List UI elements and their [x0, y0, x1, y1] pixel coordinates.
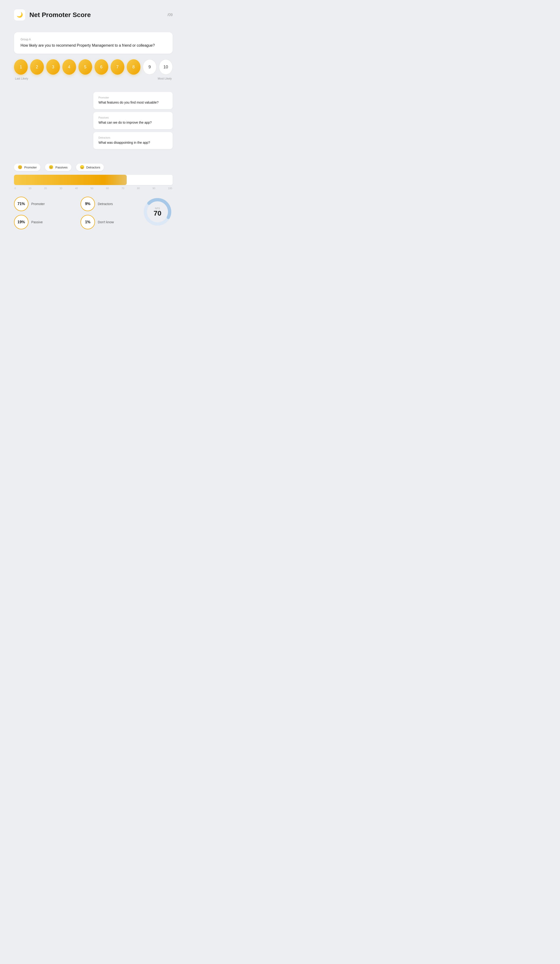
stat-badge-dontknow: 1%	[80, 215, 95, 230]
stat-badge-promoter: 71%	[14, 197, 28, 211]
rating-section: Group A How likely are you to recommend …	[14, 32, 173, 80]
stat-detractors: 9% Detractors	[80, 197, 142, 211]
followup-card-passives: Passives What can we do to improve the a…	[93, 112, 173, 129]
legend-detractors[interactable]: 😞 Detractors	[76, 164, 104, 171]
legend-row: 😊 Promoter 😐 Passives 😞 Detractors	[14, 164, 173, 171]
rating-btn-1[interactable]: 1	[14, 59, 28, 75]
followup-card-detractors: Detractors What was disappointing in the…	[93, 132, 173, 149]
tick-30: 30	[60, 187, 62, 190]
tick-50: 50	[91, 187, 93, 190]
rating-btn-9[interactable]: 9	[143, 59, 156, 75]
rating-btn-6[interactable]: 6	[94, 59, 108, 75]
tick-80: 80	[137, 187, 140, 190]
legend-passives[interactable]: 😐 Passives	[45, 164, 71, 171]
stat-name-promoter: Promoter	[31, 202, 45, 206]
followup-card-promoter: Promoter What features do you find most …	[93, 92, 173, 109]
stat-badge-detractors: 9%	[80, 197, 95, 211]
app-icon: 🌙	[14, 9, 25, 21]
nps-donut: NPS 70	[142, 197, 173, 227]
stats-left: 71% Promoter 9% Detractors 19% Passive 1…	[14, 197, 142, 230]
rating-btn-7[interactable]: 7	[111, 59, 124, 75]
tick-90: 90	[152, 187, 155, 190]
followup-section: Promoter What features do you find most …	[14, 92, 173, 152]
rating-btn-4[interactable]: 4	[62, 59, 76, 75]
rating-labels: Last Likely Most Likely	[14, 77, 173, 80]
group-label: Group A	[21, 38, 166, 41]
followup-question-promoter: What features do you find most valuable?	[98, 100, 168, 105]
rating-buttons-row: 1 2 3 4 5 6 7 8 9 10	[14, 59, 173, 75]
followup-label-promoter: Promoter	[98, 96, 168, 99]
stat-dontknow: 1% Don't know	[80, 215, 142, 230]
nps-center: NPS 70	[153, 207, 161, 217]
passives-icon: 😐	[49, 165, 54, 169]
header-left: 🌙 Net Promoter Score	[14, 9, 91, 21]
progress-bar-fill	[14, 175, 127, 185]
rating-question: How likely are you to recommend Property…	[21, 43, 166, 48]
progress-bar-container	[14, 175, 173, 185]
label-most-likely: Most Likely	[158, 77, 172, 80]
stats-section: 😊 Promoter 😐 Passives 😞 Detractors 0 10 …	[14, 164, 173, 230]
promoter-label: Promoter	[24, 166, 37, 169]
passives-label: Passives	[55, 166, 67, 169]
followup-label-passives: Passives	[98, 116, 168, 119]
followup-question-passives: What can we do to improve the app?	[98, 120, 168, 125]
label-last-likely: Last Likely	[15, 77, 28, 80]
rating-btn-10[interactable]: 10	[159, 59, 173, 75]
rating-btn-5[interactable]: 5	[78, 59, 92, 75]
rating-btn-2[interactable]: 2	[30, 59, 44, 75]
followup-cards: Promoter What features do you find most …	[93, 92, 173, 152]
tick-70: 70	[122, 187, 124, 190]
page-indicator: /09	[168, 13, 173, 17]
legend-promoter[interactable]: 😊 Promoter	[14, 164, 41, 171]
nps-value: 70	[153, 210, 161, 217]
stats-grid: 71% Promoter 9% Detractors 19% Passive 1…	[14, 197, 173, 230]
tick-60: 60	[106, 187, 109, 190]
progress-ticks: 0 10 20 30 40 50 60 70 80 90 100	[14, 187, 173, 190]
followup-question-detractors: What was disappointing in the app?	[98, 140, 168, 145]
tick-100: 100	[168, 187, 172, 190]
stat-name-passive: Passive	[31, 220, 43, 224]
header-title: Net Promoter Score	[29, 11, 91, 19]
tick-10: 10	[28, 187, 31, 190]
tick-0: 0	[15, 187, 16, 190]
rating-btn-3[interactable]: 3	[46, 59, 60, 75]
rating-question-card: Group A How likely are you to recommend …	[14, 32, 173, 54]
detractors-icon: 😞	[80, 165, 85, 169]
promoter-icon: 😊	[18, 165, 23, 169]
header: 🌙 Net Promoter Score /09	[14, 0, 173, 32]
stat-badge-passive: 19%	[14, 215, 28, 230]
tick-20: 20	[44, 187, 47, 190]
stat-passive: 19% Passive	[14, 215, 76, 230]
followup-label-detractors: Detractors	[98, 136, 168, 139]
stat-promoter: 71% Promoter	[14, 197, 76, 211]
stat-name-detractors: Detractors	[98, 202, 113, 206]
detractors-label: Detractors	[86, 166, 100, 169]
tick-40: 40	[75, 187, 78, 190]
rating-btn-8[interactable]: 8	[127, 59, 140, 75]
stat-name-dontknow: Don't know	[98, 220, 114, 224]
